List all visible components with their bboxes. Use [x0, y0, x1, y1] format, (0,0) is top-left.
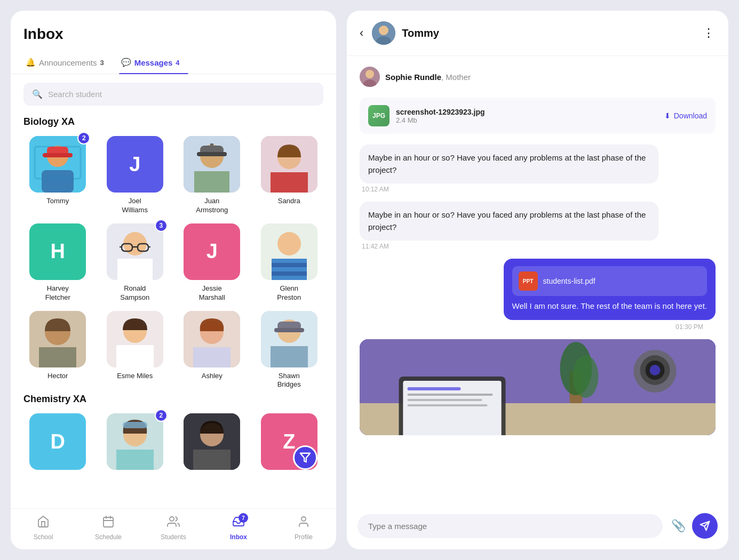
chem-girl-avatar	[107, 413, 163, 470]
nav-schedule[interactable]: Schedule	[76, 515, 141, 541]
svg-rect-27	[272, 271, 307, 276]
chemistry-section: Chemistry XA D	[23, 394, 323, 470]
chemistry-student-boy[interactable]	[178, 413, 247, 470]
chemistry-section-title: Chemistry XA	[23, 394, 323, 405]
right-panel: ‹ Tommy ⋮	[347, 11, 728, 549]
school-icon	[37, 515, 50, 531]
biology-section-title: Biology XA	[23, 116, 323, 127]
harvey-name: HarveyFletcher	[45, 284, 70, 302]
tab-announcements[interactable]: 🔔 Announcements 3	[23, 51, 113, 74]
file-size: 2.4 Mb	[396, 116, 658, 124]
student-hector[interactable]: Hector	[23, 311, 92, 390]
sender-avatar	[360, 67, 380, 87]
student-harvey[interactable]: H HarveyFletcher	[23, 223, 92, 302]
inbox-title: Inbox	[11, 11, 336, 51]
svg-point-74	[573, 355, 599, 398]
svg-rect-33	[116, 345, 154, 367]
sandra-name: Sandra	[278, 197, 300, 206]
ashley-avatar	[184, 311, 240, 367]
chat-header: ‹ Tommy ⋮	[347, 11, 728, 56]
search-placeholder: Search student	[48, 90, 102, 99]
student-ronald[interactable]: 3 RonaldSampson	[101, 223, 170, 302]
left-scrollable-content: 🔍 Search student Biology XA	[11, 83, 336, 508]
image-preview	[360, 339, 716, 435]
download-icon: ⬇	[664, 111, 671, 120]
ronald-name: RonaldSampson	[120, 284, 149, 302]
svg-rect-10	[197, 152, 227, 156]
student-shawn[interactable]: ShawnBridges	[255, 311, 324, 390]
svg-rect-48	[193, 450, 231, 470]
message-3-group: PPT students-list.pdf Well I am not sure…	[360, 259, 716, 331]
svg-marker-49	[300, 453, 310, 462]
student-joel[interactable]: J JoelWilliams	[101, 136, 170, 215]
app-container: Inbox 🔔 Announcements 3 💬 Messages 4 🔍 S…	[11, 11, 728, 549]
svg-rect-45	[123, 422, 147, 428]
read-checkmark: ✓	[707, 322, 713, 331]
nav-students[interactable]: Students	[141, 515, 206, 541]
left-panel: Inbox 🔔 Announcements 3 💬 Messages 4 🔍 S…	[11, 11, 336, 549]
jessie-avatar: J	[184, 223, 240, 280]
svg-point-78	[650, 365, 661, 375]
download-button[interactable]: ⬇ Download	[664, 111, 707, 120]
nav-school[interactable]: School	[11, 515, 76, 541]
filter-icon	[293, 445, 317, 470]
student-sandra[interactable]: Sandra	[255, 136, 324, 215]
svg-rect-71	[408, 404, 488, 406]
svg-rect-30	[39, 347, 76, 367]
student-ashley[interactable]: Ashley	[178, 311, 247, 390]
school-label: School	[34, 533, 53, 541]
schedule-icon	[102, 515, 115, 531]
pdf-name: students-list.pdf	[543, 276, 595, 287]
file-name: screenshot-12923923.jpg	[396, 108, 658, 116]
chemistry-student-z[interactable]: Z	[255, 413, 324, 470]
hector-name: Hector	[47, 372, 68, 381]
message-bubble-3: PPT students-list.pdf Well I am not sure…	[504, 259, 716, 320]
svg-point-60	[365, 70, 374, 78]
chat-input-area: 📎	[347, 507, 728, 549]
student-esme[interactable]: Esme Miles	[101, 311, 170, 390]
send-button[interactable]	[692, 513, 718, 539]
student-tommy[interactable]: 2 Tommy	[23, 136, 92, 215]
student-juan[interactable]: JuanArmstrong	[178, 136, 247, 215]
svg-rect-11	[210, 143, 213, 149]
file-attachment: JPG screenshot-12923923.jpg 2.4 Mb ⬇ Dow…	[360, 98, 716, 134]
more-options-button[interactable]: ⋮	[703, 26, 716, 40]
svg-rect-69	[408, 394, 493, 396]
message-time-1: 10:12 AM	[360, 186, 716, 193]
chemistry-student-girl[interactable]: 2	[101, 413, 170, 470]
tab-messages[interactable]: 💬 Messages 4	[119, 51, 188, 74]
nav-inbox[interactable]: 7 Inbox	[206, 515, 271, 541]
tabs-bar: 🔔 Announcements 3 💬 Messages 4	[11, 51, 336, 74]
svg-rect-26	[272, 263, 307, 267]
svg-rect-8	[194, 171, 229, 193]
student-glenn[interactable]: GlennPreston	[255, 223, 324, 302]
announcements-badge: 3	[100, 59, 104, 67]
attachment-button[interactable]: 📎	[671, 519, 686, 533]
message-input[interactable]	[357, 514, 663, 538]
search-bar[interactable]: 🔍 Search student	[23, 83, 323, 106]
chem-d-avatar: D	[29, 413, 86, 470]
back-button[interactable]: ‹	[360, 26, 363, 40]
sender-info: Sophie Rundle, Mother	[360, 67, 716, 87]
chat-contact-avatar	[372, 21, 395, 45]
messages-badge: 4	[176, 59, 179, 67]
student-jessie[interactable]: J JessieMarshall	[178, 223, 247, 302]
tab-messages-label: Messages	[134, 58, 173, 67]
pdf-icon: PPT	[519, 271, 538, 291]
hector-avatar	[29, 311, 86, 367]
chat-icon: 💬	[121, 58, 131, 67]
nav-profile[interactable]: Profile	[271, 515, 336, 541]
sender-name: Sophie Rundle, Mother	[385, 73, 471, 82]
pdf-attachment: PPT students-list.pdf	[512, 266, 707, 296]
svg-rect-68	[408, 387, 461, 390]
svg-rect-17	[117, 259, 153, 280]
glenn-avatar	[261, 223, 317, 280]
message-bubble-1: Maybe in an hour or so? Have you faced a…	[360, 145, 658, 183]
sandra-avatar	[261, 136, 317, 193]
chemistry-student-d[interactable]: D	[23, 413, 92, 470]
inbox-nav-badge: 7	[239, 513, 248, 523]
joel-avatar: J	[107, 136, 163, 193]
bottom-nav: School Schedule	[11, 508, 336, 549]
svg-rect-50	[104, 517, 113, 527]
svg-point-57	[379, 26, 388, 35]
